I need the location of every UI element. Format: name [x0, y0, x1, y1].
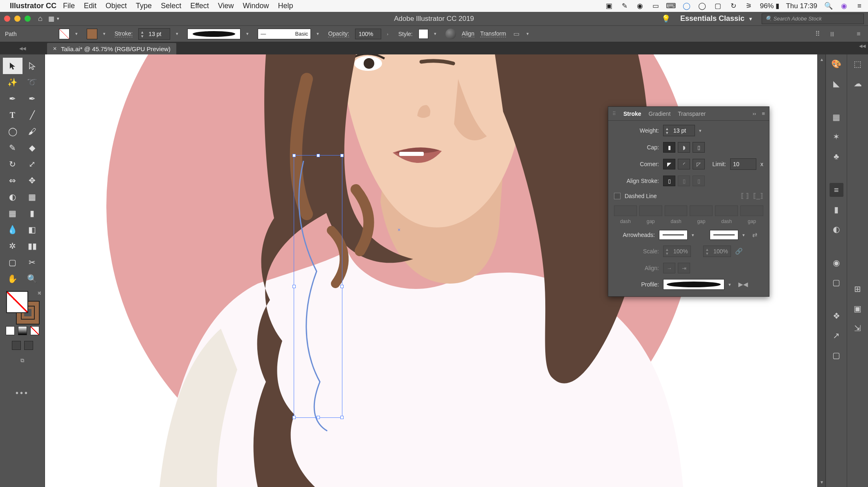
graphic-style-swatch[interactable] — [418, 29, 428, 39]
tool-symbol-sprayer[interactable]: ✲ — [3, 238, 22, 254]
menu-edit[interactable]: Edit — [84, 2, 97, 10]
tool-ellipse[interactable]: ◯ — [3, 123, 22, 140]
gap2-field[interactable] — [690, 205, 713, 216]
tool-rotate[interactable]: ↻ — [3, 156, 22, 172]
tool-type[interactable]: T — [3, 107, 22, 123]
panel-artboards-icon[interactable]: ▢ — [830, 348, 843, 362]
menubar-battery[interactable]: 96% ▮ — [760, 2, 780, 10]
arrange-documents-button[interactable]: ▦ ▾ — [48, 15, 59, 23]
panel-gradient-icon[interactable]: ▮ — [830, 203, 843, 216]
menubar-evernote-icon[interactable]: ✎ — [620, 2, 629, 10]
swap-arrowheads-icon[interactable]: ⇄ — [752, 231, 758, 239]
menu-file[interactable]: File — [63, 2, 75, 10]
handle-se[interactable] — [340, 416, 344, 419]
scale-link-icon[interactable]: 🔗 — [735, 248, 743, 255]
tool-blend[interactable]: ◧ — [22, 221, 42, 238]
dash-preserve-icon[interactable]: ⟦ ⟧ — [741, 192, 749, 200]
menu-select[interactable]: Select — [161, 2, 181, 10]
menubar-notifications-icon[interactable]: ≡ — [855, 2, 864, 10]
gap1-field[interactable] — [639, 205, 662, 216]
cap-projecting-button[interactable]: ▯ — [693, 142, 705, 153]
corner-round-button[interactable]: ◜ — [678, 159, 690, 169]
tool-selection[interactable] — [3, 58, 22, 74]
handle-e[interactable] — [340, 285, 344, 288]
menubar-wifi-icon[interactable]: ⚞ — [744, 2, 753, 10]
tool-free-transform[interactable]: ✥ — [22, 172, 42, 189]
fill-swatch[interactable] — [59, 29, 70, 39]
tool-mesh[interactable]: ▦ — [3, 205, 22, 221]
brush-dropdown[interactable]: ▾ — [317, 31, 322, 36]
align-label[interactable]: Align — [462, 30, 474, 37]
layout-grid-icon[interactable]: ⠿ — [813, 30, 822, 38]
panel-colorguide-icon[interactable]: ◣ — [830, 77, 843, 90]
stroke-weight-field[interactable]: ▴▾ — [138, 28, 170, 40]
profile-flip-icon[interactable]: ▶◀ — [738, 281, 748, 288]
window-close-button[interactable] — [4, 16, 10, 22]
tool-eyedropper[interactable]: 💧 — [3, 221, 22, 238]
stock-search[interactable]: 🔍 Search Adobe Stock — [762, 14, 864, 24]
tab-stroke[interactable]: Stroke — [623, 110, 641, 117]
tool-curvature[interactable]: ✒ — [22, 90, 42, 107]
tool-gradient[interactable]: ▮ — [22, 205, 42, 221]
screen-mode-full[interactable] — [24, 341, 33, 350]
workspace-switcher[interactable]: Essentials Classic ▾ — [680, 14, 752, 23]
tab-transparency[interactable]: Transparer — [678, 110, 706, 117]
window-zoom-button[interactable] — [25, 16, 31, 22]
corner-bevel-button[interactable]: ◸ — [693, 159, 705, 169]
menubar-displays-icon[interactable]: ▭ — [651, 2, 660, 10]
fill-color-box[interactable] — [6, 291, 28, 313]
cap-round-button[interactable]: ◗ — [678, 142, 690, 153]
tool-hand[interactable]: ✋ — [3, 271, 22, 287]
document-tab[interactable]: ✕ Talia.ai* @ 45.75% (RGB/GPU Preview) — [47, 43, 176, 54]
profile-dropdown2[interactable]: ▾ — [729, 282, 734, 287]
home-button[interactable]: ⌂ — [38, 14, 43, 23]
swap-fill-stroke-icon[interactable]: ⤭ — [37, 290, 41, 296]
panel-brushes-icon[interactable]: ✶ — [830, 130, 843, 144]
fill-dropdown[interactable]: ▾ — [75, 31, 81, 36]
menu-effect[interactable]: Effect — [190, 2, 209, 10]
tool-perspective[interactable]: ▦ — [22, 189, 42, 205]
handle-n[interactable] — [317, 154, 320, 157]
tool-scale[interactable]: ⤢ — [22, 156, 42, 172]
panel-properties-icon[interactable]: ⬚ — [851, 57, 865, 71]
tool-zoom[interactable]: 🔍 — [22, 271, 42, 287]
window-minimize-button[interactable] — [14, 16, 20, 22]
opacity-label[interactable]: Opacity: — [328, 30, 349, 37]
tool-eraser[interactable]: ◆ — [22, 140, 42, 156]
fill-stroke-indicator[interactable]: ⤭ — [6, 291, 39, 324]
stroke-panel[interactable]: ⠿ Stroke Gradient Transparer ›› ≡ Weight… — [608, 106, 769, 297]
tool-shape-builder[interactable]: ◐ — [3, 189, 22, 205]
stroke-dropdown[interactable]: ▾ — [103, 31, 109, 36]
align-outside-button[interactable]: ▯ — [693, 176, 705, 186]
tab-gradient[interactable]: Gradient — [649, 110, 671, 117]
brush-definition[interactable]: —Basic — [258, 29, 311, 39]
arrow-align-1[interactable]: → — [663, 263, 675, 273]
opacity-field[interactable]: 100% — [355, 29, 381, 39]
menubar-app-icon[interactable]: ◯ — [682, 2, 691, 10]
arrow-align-2[interactable]: ⇥ — [678, 263, 690, 273]
handle-ne[interactable] — [340, 154, 344, 157]
arrowhead-start[interactable] — [659, 230, 688, 240]
selection-bounding-box[interactable] — [294, 155, 342, 418]
dash1-field[interactable] — [614, 205, 637, 216]
panel-pathfinder-icon[interactable]: ▣ — [851, 302, 865, 316]
panel-transform-icon[interactable]: ⇲ — [851, 321, 865, 335]
menubar-cc-icon[interactable]: ◉ — [636, 2, 645, 10]
panel-stroke-icon[interactable]: ≡ — [830, 183, 843, 197]
corner-miter-button[interactable]: ◤ — [663, 159, 675, 169]
profile-dropdown[interactable]: ▾ — [246, 31, 252, 36]
variable-width-profile[interactable] — [187, 29, 241, 39]
cap-butt-button[interactable]: ▮ — [663, 142, 675, 153]
dash-align-icon[interactable]: ⟦_⟧ — [753, 192, 763, 200]
arrowhead-end-dropdown[interactable]: ▾ — [742, 232, 748, 238]
toolbar-collapse-left[interactable]: ◀◀ — [0, 42, 45, 54]
tool-direct-selection[interactable] — [22, 58, 42, 74]
limit-field[interactable] — [730, 158, 756, 170]
gap3-field[interactable] — [740, 205, 763, 216]
menubar-spotlight-icon[interactable]: 🔍 — [824, 2, 833, 10]
menu-object[interactable]: Object — [106, 2, 127, 10]
tab-close-button[interactable]: ✕ — [53, 46, 57, 52]
tool-pencil[interactable]: ✎ — [3, 140, 22, 156]
panel-symbols-icon[interactable]: ♣ — [830, 149, 843, 163]
style-dropdown[interactable]: ▾ — [434, 31, 440, 36]
